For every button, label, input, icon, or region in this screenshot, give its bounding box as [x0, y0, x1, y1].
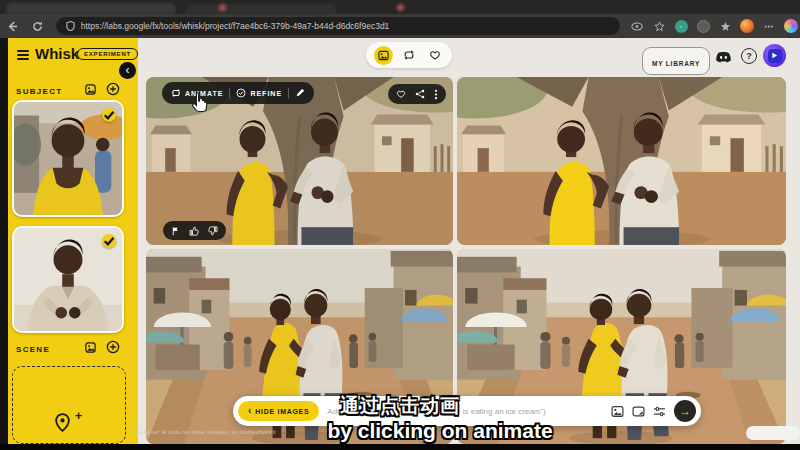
heart-icon — [429, 49, 441, 61]
image-mode-button[interactable] — [374, 46, 393, 65]
share-button[interactable] — [415, 89, 425, 99]
flag-icon — [171, 226, 180, 236]
subtitle-line-2: by clicking on animate — [80, 419, 800, 443]
subject-section-label: SUBJECT — [16, 87, 62, 96]
my-library-label: MY LIBRARY — [652, 60, 700, 67]
kebab-menu-icon — [434, 89, 438, 100]
url-text[interactable]: https://labs.google/fx/tools/whisk/proje… — [81, 21, 390, 31]
sidebar-collapse-button[interactable]: ‹ — [119, 62, 136, 79]
image-mode-icon — [378, 50, 389, 61]
subject-gallery-icon[interactable] — [84, 83, 97, 96]
divider — [229, 88, 230, 99]
help-button[interactable]: ? — [741, 48, 757, 64]
sidebar: Whisk EXPERIMENT SUBJECT SCENE — [8, 38, 138, 444]
mouse-cursor-icon — [190, 90, 210, 118]
image-feedback-toolbar — [163, 221, 226, 240]
divider — [288, 88, 289, 99]
loop-icon — [403, 49, 415, 61]
browser-tab-strip — [0, 0, 800, 14]
more-options-button[interactable] — [434, 89, 438, 100]
experiment-badge: EXPERIMENT — [77, 48, 138, 60]
image-action-toolbar: ANIMATE REFINE — [162, 82, 314, 104]
browser-tab[interactable] — [186, 4, 336, 14]
reading-mode-icon[interactable] — [628, 17, 646, 35]
play-logo-icon — [771, 52, 778, 59]
my-library-button[interactable]: MY LIBRARY — [642, 47, 710, 75]
favorite-star-icon[interactable] — [650, 17, 668, 35]
browser-menu-icon[interactable]: ⋯ — [760, 17, 778, 35]
edit-prompt-button[interactable] — [295, 88, 305, 98]
image-meta-toolbar — [388, 84, 446, 104]
subject-add-icon[interactable] — [106, 82, 120, 96]
back-icon[interactable] — [4, 17, 21, 35]
extension-icon-green[interactable]: ◦ — [672, 17, 690, 35]
profile-avatar[interactable] — [763, 44, 786, 67]
animate-mode-button[interactable] — [400, 46, 419, 65]
thumbs-down-button[interactable] — [208, 226, 218, 236]
browser-tab[interactable] — [6, 3, 176, 14]
selected-check-icon[interactable] — [102, 234, 116, 248]
thumbs-up-button[interactable] — [189, 226, 199, 236]
favorite-button[interactable] — [396, 89, 406, 99]
report-button[interactable] — [171, 226, 180, 236]
hamburger-menu-icon[interactable] — [16, 49, 30, 61]
screen: https://labs.google/fx/tools/whisk/proje… — [0, 0, 800, 450]
thumbs-up-icon — [189, 226, 199, 236]
selected-check-icon[interactable] — [102, 108, 116, 122]
scene-add-icon[interactable] — [106, 340, 120, 354]
extension-icon-dark[interactable] — [694, 17, 712, 35]
refine-check-icon — [236, 88, 246, 98]
animate-loop-icon — [171, 88, 181, 98]
edit-pencil-icon — [295, 88, 305, 98]
subject-thumbnail-man[interactable] — [12, 226, 124, 333]
subject-thumbnail-woman[interactable] — [12, 100, 124, 217]
refine-button[interactable]: REFINE — [236, 88, 282, 98]
share-icon — [415, 89, 425, 99]
tab-favicon — [397, 4, 404, 11]
scene-section-label: SCENE — [16, 345, 50, 354]
mode-toolbar — [366, 42, 452, 68]
tab-favicon — [219, 4, 226, 11]
heart-icon — [396, 89, 406, 99]
browser-profile-icon[interactable] — [738, 17, 756, 35]
refine-label: REFINE — [250, 90, 282, 97]
url-bar[interactable]: https://labs.google/fx/tools/whisk/proje… — [56, 17, 620, 35]
window-left-edge — [0, 38, 8, 450]
collections-star-icon[interactable] — [716, 17, 734, 35]
copilot-icon[interactable] — [782, 17, 800, 35]
thumbs-down-icon — [208, 226, 218, 236]
window-bottom-edge — [0, 444, 800, 450]
subtitle-line-1: 通过点击动画 — [0, 393, 800, 419]
browser-navbar: https://labs.google/fx/tools/whisk/proje… — [0, 14, 800, 38]
scene-gallery-icon[interactable] — [84, 341, 97, 354]
help-icon: ? — [746, 51, 752, 61]
site-security-icon[interactable] — [66, 21, 75, 31]
chevron-left-icon: ‹ — [126, 64, 130, 76]
discord-button[interactable] — [714, 50, 732, 64]
favorites-filter-button[interactable] — [426, 46, 445, 65]
discord-icon — [715, 51, 732, 64]
generated-image-2[interactable] — [457, 77, 786, 245]
app-title: Whisk — [35, 45, 79, 62]
generated-photo — [457, 77, 786, 245]
reload-icon[interactable] — [29, 17, 46, 35]
